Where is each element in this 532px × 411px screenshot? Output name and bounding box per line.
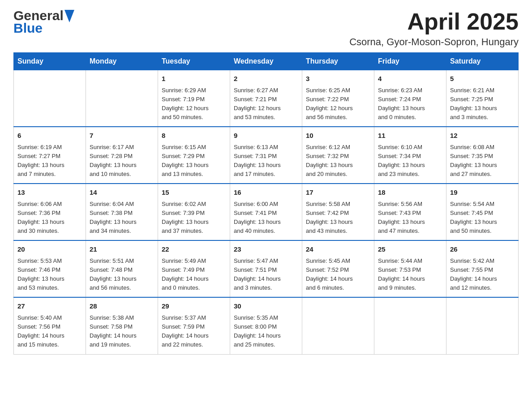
day-info: Sunrise: 5:54 AM Sunset: 7:45 PM Dayligh… <box>450 200 515 236</box>
page-title: April 2025 <box>349 9 519 34</box>
day-number: 24 <box>306 244 370 255</box>
day-number: 20 <box>17 244 82 255</box>
day-info: Sunrise: 6:02 AM Sunset: 7:39 PM Dayligh… <box>162 200 226 236</box>
logo-triangle-icon <box>64 10 74 22</box>
day-info: Sunrise: 6:19 AM Sunset: 7:27 PM Dayligh… <box>17 143 82 179</box>
calendar-cell: 29Sunrise: 5:37 AM Sunset: 7:59 PM Dayli… <box>158 297 230 354</box>
calendar-cell: 1Sunrise: 6:29 AM Sunset: 7:19 PM Daylig… <box>158 70 230 127</box>
calendar-week-row: 1Sunrise: 6:29 AM Sunset: 7:19 PM Daylig… <box>14 70 519 127</box>
day-number: 6 <box>17 131 82 141</box>
calendar-cell: 30Sunrise: 5:35 AM Sunset: 8:00 PM Dayli… <box>230 297 302 354</box>
day-info: Sunrise: 5:58 AM Sunset: 7:42 PM Dayligh… <box>306 200 370 236</box>
calendar-header-wednesday: Wednesday <box>230 53 302 70</box>
day-info: Sunrise: 5:56 AM Sunset: 7:43 PM Dayligh… <box>378 200 442 236</box>
title-block: April 2025 Csorna, Gyor-Moson-Sopron, Hu… <box>349 9 519 48</box>
day-info: Sunrise: 5:49 AM Sunset: 7:49 PM Dayligh… <box>162 257 226 293</box>
calendar-cell: 6Sunrise: 6:19 AM Sunset: 7:27 PM Daylig… <box>14 127 86 184</box>
day-info: Sunrise: 5:37 AM Sunset: 7:59 PM Dayligh… <box>162 313 226 350</box>
calendar-header-thursday: Thursday <box>302 53 374 70</box>
day-number: 17 <box>306 188 370 198</box>
day-number: 5 <box>450 74 515 84</box>
day-info: Sunrise: 6:00 AM Sunset: 7:41 PM Dayligh… <box>234 200 298 236</box>
calendar-cell: 28Sunrise: 5:38 AM Sunset: 7:58 PM Dayli… <box>86 297 158 354</box>
day-number: 30 <box>234 301 298 312</box>
day-number: 14 <box>90 188 154 198</box>
calendar-table: SundayMondayTuesdayWednesdayThursdayFrid… <box>13 52 519 354</box>
calendar-cell: 17Sunrise: 5:58 AM Sunset: 7:42 PM Dayli… <box>302 184 374 240</box>
day-info: Sunrise: 5:51 AM Sunset: 7:48 PM Dayligh… <box>90 257 154 293</box>
day-info: Sunrise: 5:53 AM Sunset: 7:46 PM Dayligh… <box>17 257 82 293</box>
day-number: 2 <box>234 74 298 84</box>
day-number: 15 <box>162 188 226 198</box>
calendar-cell: 26Sunrise: 5:42 AM Sunset: 7:55 PM Dayli… <box>446 240 519 297</box>
day-number: 21 <box>90 244 154 255</box>
day-number: 13 <box>17 188 82 198</box>
day-info: Sunrise: 5:42 AM Sunset: 7:55 PM Dayligh… <box>450 257 515 293</box>
day-info: Sunrise: 6:06 AM Sunset: 7:36 PM Dayligh… <box>17 200 82 236</box>
day-number: 29 <box>162 301 226 312</box>
day-info: Sunrise: 6:27 AM Sunset: 7:21 PM Dayligh… <box>234 86 298 122</box>
calendar-cell: 18Sunrise: 5:56 AM Sunset: 7:43 PM Dayli… <box>374 184 446 240</box>
calendar-cell: 27Sunrise: 5:40 AM Sunset: 7:56 PM Dayli… <box>14 297 86 354</box>
day-info: Sunrise: 6:08 AM Sunset: 7:35 PM Dayligh… <box>450 143 515 179</box>
day-number: 7 <box>90 131 154 141</box>
calendar-cell <box>86 70 158 127</box>
calendar-header-saturday: Saturday <box>446 53 519 70</box>
day-number: 8 <box>162 131 226 141</box>
day-number: 1 <box>162 74 226 84</box>
day-number: 4 <box>378 74 442 84</box>
calendar-cell: 20Sunrise: 5:53 AM Sunset: 7:46 PM Dayli… <box>14 240 86 297</box>
day-info: Sunrise: 6:23 AM Sunset: 7:24 PM Dayligh… <box>378 86 442 122</box>
day-number: 25 <box>378 244 442 255</box>
day-number: 12 <box>450 131 515 141</box>
page-header: General Blue April 2025 Csorna, Gyor-Mos… <box>13 9 519 48</box>
day-number: 19 <box>450 188 515 198</box>
calendar-cell: 16Sunrise: 6:00 AM Sunset: 7:41 PM Dayli… <box>230 184 302 240</box>
calendar-cell: 15Sunrise: 6:02 AM Sunset: 7:39 PM Dayli… <box>158 184 230 240</box>
day-info: Sunrise: 6:17 AM Sunset: 7:28 PM Dayligh… <box>90 143 154 179</box>
calendar-header-friday: Friday <box>374 53 446 70</box>
day-number: 3 <box>306 74 370 84</box>
day-number: 9 <box>234 131 298 141</box>
day-info: Sunrise: 6:10 AM Sunset: 7:34 PM Dayligh… <box>378 143 442 179</box>
calendar-cell: 21Sunrise: 5:51 AM Sunset: 7:48 PM Dayli… <box>86 240 158 297</box>
calendar-week-row: 13Sunrise: 6:06 AM Sunset: 7:36 PM Dayli… <box>14 184 519 240</box>
day-number: 22 <box>162 244 226 255</box>
day-number: 11 <box>378 131 442 141</box>
day-info: Sunrise: 6:21 AM Sunset: 7:25 PM Dayligh… <box>450 86 515 122</box>
calendar-cell: 7Sunrise: 6:17 AM Sunset: 7:28 PM Daylig… <box>86 127 158 184</box>
day-number: 27 <box>17 301 82 312</box>
calendar-cell: 5Sunrise: 6:21 AM Sunset: 7:25 PM Daylig… <box>446 70 519 127</box>
day-number: 18 <box>378 188 442 198</box>
day-number: 10 <box>306 131 370 141</box>
day-info: Sunrise: 5:38 AM Sunset: 7:58 PM Dayligh… <box>90 313 154 350</box>
day-info: Sunrise: 6:04 AM Sunset: 7:38 PM Dayligh… <box>90 200 154 236</box>
day-info: Sunrise: 6:25 AM Sunset: 7:22 PM Dayligh… <box>306 86 370 122</box>
calendar-cell: 25Sunrise: 5:44 AM Sunset: 7:53 PM Dayli… <box>374 240 446 297</box>
day-number: 26 <box>450 244 515 255</box>
calendar-cell: 13Sunrise: 6:06 AM Sunset: 7:36 PM Dayli… <box>14 184 86 240</box>
calendar-cell: 22Sunrise: 5:49 AM Sunset: 7:49 PM Dayli… <box>158 240 230 297</box>
calendar-cell: 24Sunrise: 5:45 AM Sunset: 7:52 PM Dayli… <box>302 240 374 297</box>
day-info: Sunrise: 5:44 AM Sunset: 7:53 PM Dayligh… <box>378 257 442 293</box>
day-info: Sunrise: 6:12 AM Sunset: 7:32 PM Dayligh… <box>306 143 370 179</box>
calendar-cell <box>446 297 519 354</box>
day-number: 28 <box>90 301 154 312</box>
day-info: Sunrise: 5:45 AM Sunset: 7:52 PM Dayligh… <box>306 257 370 293</box>
calendar-cell: 8Sunrise: 6:15 AM Sunset: 7:29 PM Daylig… <box>158 127 230 184</box>
calendar-cell: 3Sunrise: 6:25 AM Sunset: 7:22 PM Daylig… <box>302 70 374 127</box>
day-info: Sunrise: 6:15 AM Sunset: 7:29 PM Dayligh… <box>162 143 226 179</box>
calendar-cell: 23Sunrise: 5:47 AM Sunset: 7:51 PM Dayli… <box>230 240 302 297</box>
calendar-cell: 11Sunrise: 6:10 AM Sunset: 7:34 PM Dayli… <box>374 127 446 184</box>
calendar-cell: 9Sunrise: 6:13 AM Sunset: 7:31 PM Daylig… <box>230 127 302 184</box>
calendar-week-row: 20Sunrise: 5:53 AM Sunset: 7:46 PM Dayli… <box>14 240 519 297</box>
svg-marker-0 <box>64 10 74 22</box>
calendar-header-monday: Monday <box>86 53 158 70</box>
page-subtitle: Csorna, Gyor-Moson-Sopron, Hungary <box>349 36 519 48</box>
calendar-header-sunday: Sunday <box>14 53 86 70</box>
calendar-cell <box>302 297 374 354</box>
calendar-cell: 19Sunrise: 5:54 AM Sunset: 7:45 PM Dayli… <box>446 184 519 240</box>
logo: General Blue <box>13 9 74 35</box>
day-number: 16 <box>234 188 298 198</box>
calendar-cell: 14Sunrise: 6:04 AM Sunset: 7:38 PM Dayli… <box>86 184 158 240</box>
